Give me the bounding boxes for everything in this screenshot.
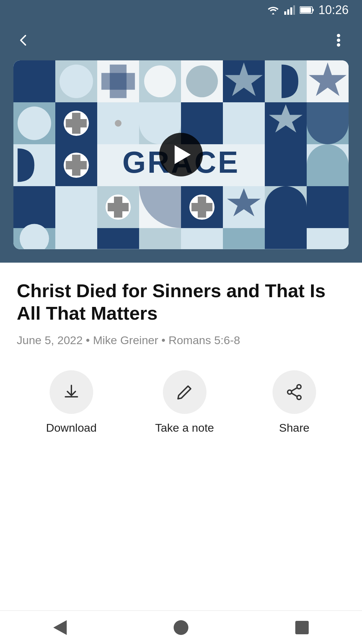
- svg-rect-69: [181, 228, 223, 249]
- more-options-button[interactable]: [328, 30, 349, 50]
- video-thumbnail[interactable]: GRACE: [13, 60, 349, 249]
- play-button[interactable]: [159, 133, 203, 176]
- svg-rect-5: [312, 9, 314, 11]
- svg-rect-50: [55, 186, 97, 228]
- wifi-icon: [267, 5, 280, 15]
- share-circle: [273, 370, 316, 414]
- play-triangle-icon: [175, 145, 191, 164]
- svg-rect-72: [307, 228, 349, 249]
- svg-point-9: [337, 43, 340, 47]
- svg-rect-3: [293, 5, 295, 15]
- svg-point-7: [337, 34, 340, 37]
- note-action[interactable]: Take a note: [155, 370, 214, 434]
- status-time: 10:26: [318, 3, 349, 17]
- more-vert-icon: [337, 33, 341, 48]
- svg-rect-71: [265, 228, 307, 249]
- action-buttons: Download Take a note Share: [17, 370, 345, 434]
- nav-bar: [0, 20, 362, 60]
- svg-point-20: [186, 65, 218, 97]
- back-arrow-icon: [16, 33, 31, 48]
- svg-rect-59: [191, 203, 213, 211]
- svg-point-27: [18, 107, 51, 140]
- svg-rect-2: [290, 7, 292, 15]
- svg-point-13: [60, 65, 93, 98]
- system-back-button[interactable]: [53, 620, 67, 635]
- sermon-title: Christ Died for Sinners and That Is All …: [17, 279, 345, 324]
- sermon-date: June 5, 2022: [17, 334, 83, 346]
- thumbnail-container: GRACE: [0, 60, 362, 263]
- svg-rect-68: [139, 228, 181, 249]
- svg-rect-11: [13, 60, 55, 102]
- share-label: Share: [279, 421, 309, 434]
- svg-rect-67: [97, 228, 139, 249]
- svg-point-8: [337, 39, 340, 42]
- svg-rect-44: [66, 161, 87, 169]
- svg-rect-31: [66, 119, 87, 127]
- bottom-nav: [0, 610, 362, 644]
- svg-rect-16: [102, 73, 135, 90]
- pencil-icon: [176, 383, 193, 401]
- svg-rect-6: [300, 7, 311, 13]
- svg-rect-63: [307, 186, 349, 228]
- back-button[interactable]: [13, 30, 34, 50]
- svg-point-18: [144, 65, 176, 97]
- svg-rect-47: [265, 144, 307, 186]
- sermon-speaker: Mike Greiner: [93, 334, 158, 346]
- status-icons: 10:26: [267, 3, 349, 17]
- svg-rect-66: [55, 228, 97, 249]
- svg-rect-36: [223, 102, 265, 144]
- content-area: Christ Died for Sinners and That Is All …: [0, 263, 362, 611]
- sermon-passage: Romans 5:6-8: [169, 334, 240, 346]
- note-label: Take a note: [155, 421, 214, 434]
- download-icon: [63, 383, 80, 401]
- download-label: Download: [46, 421, 97, 434]
- svg-rect-49: [13, 186, 55, 228]
- share-icon: [286, 383, 303, 401]
- svg-point-33: [115, 120, 122, 127]
- note-circle: [163, 370, 206, 414]
- status-bar: 10:26: [0, 0, 362, 20]
- svg-rect-1: [287, 9, 289, 15]
- meta-separator-2: •: [162, 334, 169, 346]
- download-action[interactable]: Download: [46, 370, 97, 434]
- svg-rect-0: [284, 11, 286, 15]
- meta-separator-1: •: [86, 334, 93, 346]
- battery-icon: [300, 6, 314, 14]
- svg-rect-70: [223, 228, 265, 249]
- share-action[interactable]: Share: [273, 370, 316, 434]
- system-home-button[interactable]: [174, 620, 188, 635]
- svg-rect-54: [108, 203, 129, 211]
- signal-icon: [284, 5, 295, 15]
- sermon-meta: June 5, 2022 • Mike Greiner • Romans 5:6…: [17, 334, 345, 347]
- system-recent-button[interactable]: [295, 621, 309, 634]
- download-circle: [50, 370, 93, 414]
